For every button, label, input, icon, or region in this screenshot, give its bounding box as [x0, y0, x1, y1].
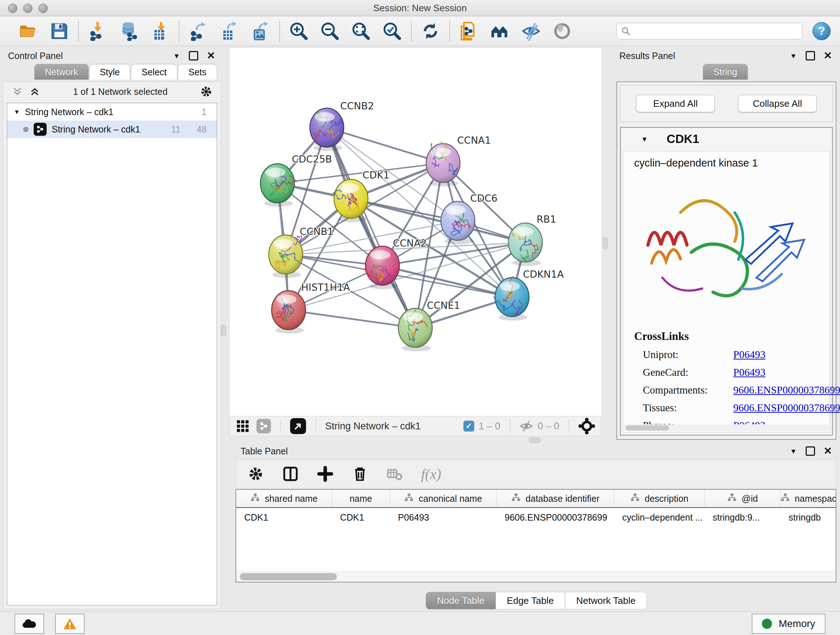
search-box[interactable] — [616, 23, 802, 40]
entry-expander-icon[interactable]: ▼ — [641, 136, 648, 143]
add-column-icon[interactable] — [317, 466, 333, 482]
network-canvas[interactable]: CCNB2CCNA1CDC25BCDK1CDC6RB1CCNB1CCNA2CDK… — [229, 48, 602, 417]
crosslink-link[interactable]: P06493 — [733, 366, 766, 378]
network-status-dot — [23, 127, 28, 132]
zoom-selected-icon[interactable] — [382, 21, 402, 41]
network-edge[interactable] — [327, 128, 415, 328]
network-node-CDC25B[interactable] — [261, 164, 296, 207]
table-settings-gear-icon[interactable] — [248, 466, 264, 482]
home-views-icon[interactable] — [490, 21, 510, 41]
tab-style[interactable]: Style — [89, 64, 131, 80]
save-session-icon[interactable] — [49, 21, 69, 41]
import-table-icon[interactable] — [150, 21, 170, 41]
help-icon[interactable]: ? — [813, 22, 831, 40]
maximize-window-button[interactable] — [38, 4, 48, 13]
close-panel-icon[interactable]: ✕ — [824, 51, 832, 61]
cloud-button[interactable] — [14, 614, 44, 634]
network-node-RB1[interactable] — [508, 223, 542, 266]
memory-button[interactable]: Memory — [752, 614, 826, 634]
column-header-namespac[interactable]: namespac — [781, 490, 836, 507]
tab-sets[interactable]: Sets — [178, 64, 217, 80]
attribute-tree-icon — [727, 493, 737, 504]
delete-column-icon[interactable] — [352, 466, 368, 482]
column-header-shared-name[interactable]: shared name — [236, 490, 332, 507]
network-edge[interactable] — [351, 199, 525, 242]
table-hscrollbar[interactable] — [236, 571, 836, 582]
network-edge[interactable] — [327, 128, 443, 163]
tab-network[interactable]: Network — [34, 64, 88, 80]
refresh-icon[interactable] — [420, 21, 441, 41]
expand-all-icon[interactable] — [28, 86, 41, 97]
import-database-icon[interactable] — [118, 21, 139, 41]
panel-menu-icon[interactable]: ▼ — [790, 448, 797, 455]
network-edge[interactable] — [289, 310, 415, 328]
network-row[interactable]: String Network – cdk1 11 48 — [7, 120, 217, 138]
tab-node-table[interactable]: Node Table — [426, 592, 496, 609]
crosslink-link[interactable]: 9606.ENSP00000378699 — [733, 384, 840, 396]
network-node-CCNA2[interactable] — [365, 246, 399, 289]
minimize-window-button[interactable] — [23, 4, 33, 13]
export-network-icon[interactable] — [188, 21, 208, 41]
gear-icon[interactable] — [200, 85, 213, 98]
column-header-@id[interactable]: @id — [705, 490, 781, 507]
network-node-CCNA1[interactable] — [426, 141, 460, 187]
network-thumbnail-icon[interactable] — [256, 419, 271, 433]
show-columns-icon[interactable] — [282, 466, 299, 482]
tab-string[interactable]: String — [703, 64, 747, 80]
float-panel-icon[interactable] — [189, 51, 198, 60]
table-row[interactable]: CDK1CDK1P064939606.ENSP00000378699cyclin… — [236, 508, 836, 527]
scrollbar-thumb[interactable] — [240, 573, 337, 580]
tab-network-table[interactable]: Network Table — [565, 592, 647, 609]
gene-entry-panel: ▼ CDK1 cyclin–dependent kinase 1 CrossLi… — [620, 127, 833, 435]
memory-status-icon — [762, 619, 772, 629]
column-header-canonical-name[interactable]: canonical name — [390, 490, 497, 507]
import-network-icon[interactable] — [88, 21, 108, 41]
column-header-description[interactable]: description — [614, 490, 705, 507]
collapse-all-icon[interactable] — [11, 86, 24, 97]
network-node-CCNB2[interactable] — [310, 108, 344, 151]
network-node-CCNE1[interactable] — [398, 309, 432, 352]
column-header-database-identifier[interactable]: database identifier — [497, 490, 614, 507]
export-image-icon[interactable] — [250, 21, 271, 41]
zoom-out-icon[interactable] — [320, 21, 340, 41]
export-table-icon[interactable] — [219, 21, 240, 41]
hide-selection-eye-icon[interactable] — [521, 21, 541, 41]
warnings-button[interactable] — [55, 614, 85, 634]
open-folder-icon[interactable] — [18, 21, 38, 41]
left-splitter-handle[interactable] — [221, 325, 226, 336]
tree-expander-icon[interactable]: ▼ — [14, 109, 20, 115]
grid-view-icon[interactable] — [235, 419, 250, 433]
zoom-fit-icon[interactable] — [351, 21, 371, 41]
float-panel-icon[interactable] — [806, 51, 815, 60]
close-panel-icon[interactable]: ✕ — [824, 446, 832, 456]
crosslink-link[interactable]: 9606.ENSP00000378699 — [733, 402, 840, 414]
network-node-HIST1H1A[interactable] — [272, 291, 306, 334]
birdseye-sphere-icon[interactable] — [552, 21, 572, 41]
clone-network-icon[interactable] — [459, 21, 479, 41]
crosslink-link[interactable]: P06493 — [733, 348, 766, 361]
collapse-all-button[interactable]: Collapse All — [738, 95, 817, 112]
panel-menu-icon[interactable]: ▼ — [790, 52, 797, 59]
right-splitter-handle[interactable] — [603, 237, 608, 249]
results-panel: Results Panel ▼ ✕ String Expand All Coll… — [611, 48, 840, 443]
close-window-button[interactable] — [8, 4, 17, 13]
gene-entry-header[interactable]: ▼ CDK1 — [621, 128, 832, 150]
network-node-CDKN1A[interactable] — [493, 276, 529, 320]
detach-view-icon[interactable] — [290, 418, 306, 434]
tab-edge-table[interactable]: Edge Table — [496, 592, 565, 609]
selected-checkbox-icon[interactable]: ✓ — [463, 421, 474, 432]
close-panel-icon[interactable]: ✕ — [207, 51, 215, 61]
zoom-in-icon[interactable] — [289, 21, 309, 41]
panel-menu-icon[interactable]: ▼ — [173, 52, 180, 59]
bottom-splitter-handle[interactable] — [529, 438, 540, 443]
network-collection-row[interactable]: ▼ String Network – cdk1 1 — [7, 103, 217, 120]
float-panel-icon[interactable] — [806, 447, 815, 456]
results-hscrollbar[interactable] — [624, 424, 829, 432]
birdseye-nav-icon[interactable] — [578, 418, 595, 434]
results-panel-title: Results Panel — [619, 51, 675, 61]
tab-select[interactable]: Select — [131, 64, 177, 80]
network-node-CCNB1[interactable] — [269, 235, 303, 278]
expand-all-button[interactable]: Expand All — [636, 95, 715, 112]
search-input[interactable] — [634, 25, 798, 36]
column-header-name[interactable]: name — [332, 490, 390, 507]
